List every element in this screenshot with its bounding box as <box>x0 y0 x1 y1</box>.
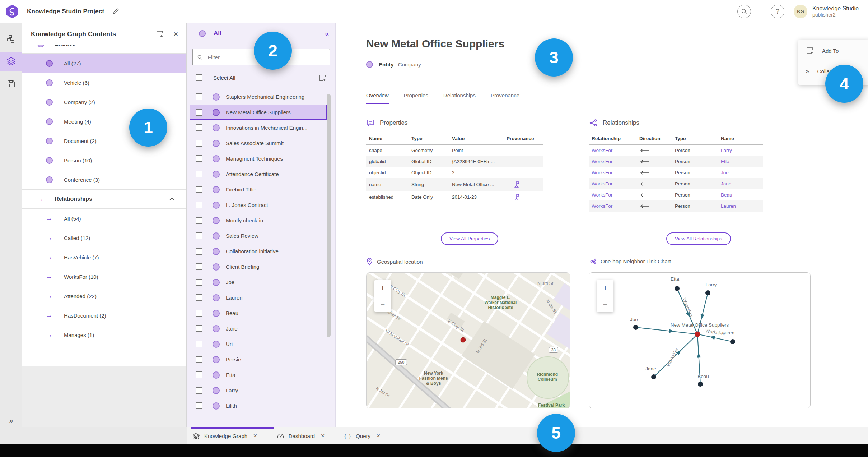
entity-instance-row[interactable]: Staplers Mechanical Engineering <box>187 89 335 105</box>
geospatial-map[interactable]: W Clay StN 3rd StN 4th StMaggie L. Walke… <box>366 272 570 408</box>
detail-tab-relationships[interactable]: Relationships <box>443 92 476 104</box>
person-node-joe[interactable] <box>633 325 638 330</box>
entity-instance-row[interactable]: Collaboration initiative <box>187 244 335 259</box>
entity-instance-row[interactable]: Montly check-in <box>187 213 335 228</box>
instance-checkbox[interactable] <box>196 109 202 116</box>
relationship-link[interactable]: WorksFor <box>592 192 612 198</box>
entity-category-row[interactable]: All (27) <box>22 54 186 73</box>
detail-tab-overview[interactable]: Overview <box>366 92 389 104</box>
instance-checkbox[interactable] <box>196 402 202 409</box>
instance-checkbox[interactable] <box>196 356 202 363</box>
close-tab-icon[interactable]: ✕ <box>376 433 381 439</box>
entity-name-link[interactable]: Beau <box>721 192 732 198</box>
expand-rail-icon[interactable]: » <box>0 416 22 425</box>
entity-name-link[interactable]: Joe <box>721 170 729 175</box>
layers-tool-icon[interactable] <box>0 52 22 71</box>
relationship-link[interactable]: WorksFor <box>592 181 612 186</box>
instance-checkbox[interactable] <box>196 387 202 394</box>
relationship-category-row[interactable]: →HasVehicle (7) <box>22 248 186 267</box>
entity-instance-row[interactable]: Firebird Title <box>187 182 335 197</box>
instance-checkbox[interactable] <box>196 294 202 301</box>
provenance-flag-icon[interactable] <box>504 178 543 191</box>
entity-category-row[interactable]: Person (10) <box>22 151 186 170</box>
relationship-category-row[interactable]: →HasDocument (2) <box>22 306 186 325</box>
close-tab-icon[interactable]: ✕ <box>321 433 325 439</box>
entity-instance-row[interactable]: Etta <box>187 367 335 383</box>
instance-checkbox[interactable] <box>196 248 202 255</box>
entity-instance-row[interactable]: Sales Review <box>187 228 335 244</box>
entity-name-link[interactable]: Larry <box>721 148 732 153</box>
collapse-list-panel-icon[interactable]: « <box>325 29 329 38</box>
user-avatar[interactable]: KS <box>794 5 807 18</box>
instance-checkbox[interactable] <box>196 155 202 162</box>
entity-instance-row[interactable]: Sales Associate Summit <box>187 135 335 151</box>
instance-checkbox[interactable] <box>196 310 202 317</box>
relationship-link[interactable]: WorksFor <box>592 203 612 209</box>
entity-category-row[interactable]: Vehicle (6) <box>22 73 186 92</box>
view-all-relationships-button[interactable]: View All Relationships <box>666 232 731 245</box>
person-node-jane[interactable] <box>651 374 656 379</box>
relationship-category-row[interactable]: →Attended (22) <box>22 286 186 306</box>
bottom-tab-dashboard[interactable]: Dashboard✕ <box>277 432 325 440</box>
entity-instance-row[interactable]: Persie <box>187 352 335 367</box>
person-node-etta[interactable] <box>675 286 680 291</box>
entity-instance-row[interactable]: Joe <box>187 274 335 290</box>
bottom-tab-knowledge-graph[interactable]: Knowledge Graph✕ <box>192 432 257 440</box>
person-node-lauren[interactable] <box>730 339 735 344</box>
entity-instance-row[interactable]: Uri <box>187 336 335 352</box>
detail-tab-provenance[interactable]: Provenance <box>491 92 519 104</box>
instance-checkbox[interactable] <box>196 186 202 193</box>
instance-checkbox[interactable] <box>196 202 202 208</box>
instance-checkbox[interactable] <box>196 263 202 270</box>
entity-instance-row[interactable]: Jane <box>187 321 335 336</box>
add-to-new-icon[interactable] <box>155 30 164 38</box>
hierarchy-tool-icon[interactable] <box>0 29 22 49</box>
center-entity-node[interactable] <box>695 332 700 337</box>
list-scrollbar-thumb[interactable] <box>327 94 331 337</box>
instance-checkbox[interactable] <box>196 325 202 332</box>
entity-instance-row[interactable]: Beau <box>187 305 335 321</box>
link-chart-canvas[interactable] <box>589 273 811 408</box>
relationship-category-row[interactable]: →Manages (1) <box>22 325 186 345</box>
relationship-link[interactable]: WorksFor <box>592 159 612 164</box>
entity-instance-row[interactable]: Managment Techniques <box>187 151 335 166</box>
person-node-larry[interactable] <box>705 290 710 295</box>
relationship-category-row[interactable]: →Called (12) <box>22 228 186 248</box>
entity-name-link[interactable]: Jane <box>721 181 731 186</box>
entity-category-row[interactable]: Company (2) <box>22 92 186 112</box>
select-all-row[interactable]: Select All <box>187 68 335 87</box>
entity-instance-row[interactable]: Innovations in Mechanical Engin... <box>187 120 335 135</box>
entity-category-row[interactable]: Conference (3) <box>22 170 186 189</box>
relationship-link[interactable]: WorksFor <box>592 148 612 153</box>
instance-checkbox[interactable] <box>196 341 202 347</box>
map-zoom-in-button[interactable]: + <box>374 280 391 296</box>
entity-name-link[interactable]: Etta <box>721 159 729 164</box>
instance-checkbox[interactable] <box>196 140 202 147</box>
relationship-link[interactable]: WorksFor <box>592 170 612 175</box>
close-panel-icon[interactable]: ✕ <box>173 31 178 38</box>
detail-tab-properties[interactable]: Properties <box>404 92 428 104</box>
instance-checkbox[interactable] <box>196 279 202 286</box>
instance-checkbox[interactable] <box>196 124 202 131</box>
instance-checkbox[interactable] <box>196 371 202 378</box>
instance-checkbox[interactable] <box>196 171 202 177</box>
entity-instance-row[interactable]: Larry <box>187 383 335 398</box>
save-tool-icon[interactable] <box>0 74 22 93</box>
provenance-flag-icon[interactable] <box>504 191 543 203</box>
instance-checkbox[interactable] <box>196 93 202 100</box>
instance-checkbox[interactable] <box>196 232 202 239</box>
entity-instance-row[interactable]: Lilith <box>187 398 335 414</box>
linkchart-zoom-in-button[interactable]: + <box>597 280 613 296</box>
entity-instance-row[interactable]: New Metal Office Suppliers <box>190 105 327 120</box>
relationship-category-row[interactable]: →WorksFor (10) <box>22 267 186 286</box>
select-all-checkbox[interactable] <box>196 74 202 81</box>
entity-instance-row[interactable]: L. Jones Contract <box>187 197 335 213</box>
link-chart[interactable]: EttaLarryJoeLaurenJaneBeauNew Metal Offi… <box>589 272 811 408</box>
close-tab-icon[interactable]: ✕ <box>253 433 257 439</box>
relationship-category-row[interactable]: →All (54) <box>22 209 186 228</box>
relationships-section-header[interactable]: → Relationships <box>22 190 186 208</box>
map-zoom-out-button[interactable]: − <box>374 296 391 312</box>
add-to-menu-item[interactable]: Add To <box>798 41 868 60</box>
collapse-relationships-icon[interactable] <box>169 197 175 201</box>
entity-instance-row[interactable]: Attendance Certificate <box>187 166 335 182</box>
